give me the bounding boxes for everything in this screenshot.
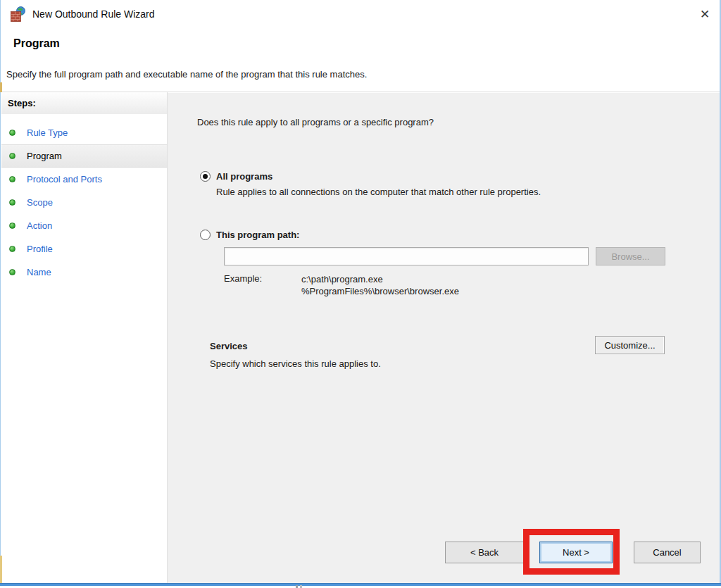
example-label: Example: (224, 273, 262, 284)
example-path-line: %ProgramFiles%\browser\browser.exe (301, 285, 459, 297)
step-label: Program (27, 151, 62, 161)
all-programs-description: Rule applies to all connections on the c… (216, 187, 541, 197)
services-title: Services (210, 341, 248, 351)
wizard-header: Program Specify the full program path an… (1, 28, 720, 92)
step-item-protocol-and-ports[interactable]: Protocol and Ports (1, 168, 167, 191)
close-button[interactable]: ✕ (691, 4, 719, 25)
background-window-fragment (0, 82, 2, 92)
step-label: Scope (27, 197, 53, 208)
step-label: Profile (27, 244, 53, 254)
step-item-program[interactable]: Program (1, 144, 167, 168)
step-bullet-icon (9, 176, 15, 182)
this-program-path-label[interactable]: This program path: (216, 230, 299, 240)
cancel-button[interactable]: Cancel (634, 542, 701, 563)
page-subtitle: Specify the full program path and execut… (6, 69, 367, 80)
back-button[interactable]: < Back (445, 542, 524, 563)
example-path-line: c:\path\program.exe (301, 273, 459, 285)
step-label: Protocol and Ports (27, 174, 102, 184)
step-bullet-icon (9, 269, 15, 275)
titlebar: New Outbound Rule Wizard ✕ (1, 0, 720, 28)
customize-button[interactable]: Customize... (595, 336, 665, 354)
step-label: Rule Type (27, 127, 68, 138)
steps-heading: Steps: (1, 93, 167, 114)
program-path-input[interactable] (224, 247, 589, 265)
step-bullet-icon (9, 130, 15, 136)
services-description: Specify which services this rule applies… (210, 358, 381, 369)
background-window-fragment (300, 585, 302, 588)
step-item-profile[interactable]: Profile (1, 237, 167, 261)
step-item-name[interactable]: Name (1, 261, 167, 284)
background-window-fragment (296, 585, 298, 588)
example-paths: c:\path\program.exe %ProgramFiles%\brows… (301, 273, 459, 297)
step-bullet-icon (9, 223, 15, 229)
question-text: Does this rule apply to all programs or … (197, 117, 434, 127)
next-button[interactable]: Next > (539, 542, 613, 563)
window-title: New Outbound Rule Wizard (32, 8, 155, 20)
page-title: Program (13, 37, 60, 50)
step-bullet-icon (9, 246, 15, 252)
step-item-action[interactable]: Action (1, 214, 167, 237)
background-window-fragment (0, 556, 2, 583)
step-bullet-icon (9, 199, 15, 206)
all-programs-radio[interactable] (200, 171, 211, 182)
new-outbound-rule-wizard-window: New Outbound Rule Wizard ✕ Program Speci… (0, 0, 721, 588)
step-item-rule-type[interactable]: Rule Type (1, 121, 167, 144)
steps-sidebar: Steps: Rule Type Program Protocol and Po… (1, 93, 167, 583)
step-bullet-icon (9, 153, 15, 159)
browse-button[interactable]: Browse... (596, 247, 665, 265)
firewall-icon (11, 6, 26, 22)
step-label: Name (27, 267, 51, 277)
step-item-scope[interactable]: Scope (1, 191, 167, 214)
window-border-bottom (0, 583, 721, 586)
wizard-content: Does this rule apply to all programs or … (168, 93, 720, 583)
step-label: Action (27, 220, 52, 231)
all-programs-label[interactable]: All programs (216, 171, 272, 182)
this-program-path-radio[interactable] (200, 230, 211, 240)
